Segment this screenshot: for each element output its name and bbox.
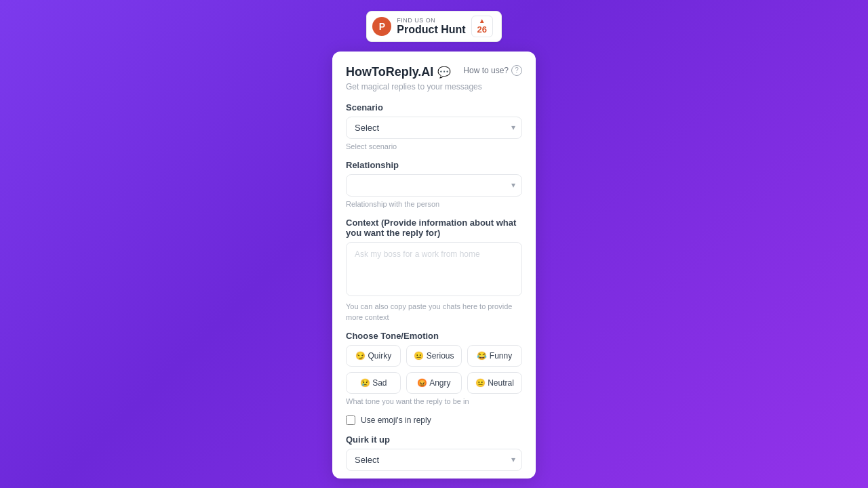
scenario-hint: Select scenario: [346, 142, 522, 152]
tone-label: Choose Tone/Emotion: [346, 331, 522, 341]
context-section: Context (Provide information about what …: [346, 218, 522, 323]
app-title-text: HowToReply.AI: [346, 65, 433, 79]
product-hunt-badge[interactable]: P FIND US ON Product Hunt ▲ 26: [366, 11, 501, 42]
tone-funny[interactable]: 😂 Funny: [467, 345, 522, 367]
tone-angry[interactable]: 😡 Angry: [406, 372, 461, 394]
emoji-checkbox-label[interactable]: Use emoji's in reply: [361, 415, 431, 425]
relationship-select-wrapper: Friend Boss Colleague Partner Family ▾: [346, 174, 522, 197]
emoji-checkbox-row: Use emoji's in reply: [346, 415, 522, 425]
quirk-select-wrapper: Select A little Moderate A lot ▾: [346, 449, 522, 471]
tone-serious[interactable]: 😐 Serious: [406, 345, 461, 367]
tone-grid: 😏 Quirky 😐 Serious 😂 Funny 😢 Sad 😡 Angry…: [346, 345, 522, 394]
tone-hint: What tone you want the reply to be in: [346, 396, 522, 407]
product-hunt-text: FIND US ON Product Hunt: [397, 17, 465, 36]
quirk-select[interactable]: Select A little Moderate A lot: [346, 449, 522, 471]
relationship-select[interactable]: Friend Boss Colleague Partner Family: [346, 174, 522, 197]
scenario-section: Scenario Select Professional Casual Roma…: [346, 102, 522, 152]
app-subtitle: Get magical replies to your messages: [346, 82, 522, 92]
context-textarea[interactable]: [346, 242, 522, 296]
vote-number: 26: [477, 24, 486, 35]
vote-count-badge[interactable]: ▲ 26: [471, 16, 493, 37]
main-card: HowToReply.AI 💬 How to use? ? Get magica…: [332, 52, 536, 479]
scenario-select-wrapper: Select Professional Casual Romantic Conf…: [346, 117, 522, 139]
context-label: Context (Provide information about what …: [346, 218, 522, 238]
scenario-select[interactable]: Select Professional Casual Romantic Conf…: [346, 117, 522, 139]
relationship-label: Relationship: [346, 160, 522, 170]
tone-quirky[interactable]: 😏 Quirky: [346, 345, 401, 367]
app-title: HowToReply.AI 💬: [346, 65, 451, 79]
app-title-emoji: 💬: [437, 66, 451, 79]
tone-neutral[interactable]: 😐 Neutral: [467, 372, 522, 394]
tone-sad[interactable]: 😢 Sad: [346, 372, 401, 394]
scenario-label: Scenario: [346, 102, 522, 113]
quirk-label: Quirk it up: [346, 434, 522, 445]
product-hunt-name: Product Hunt: [397, 24, 465, 36]
info-icon: ?: [511, 65, 522, 76]
tone-section: Choose Tone/Emotion 😏 Quirky 😐 Serious 😂…: [346, 331, 522, 407]
context-hint: You can also copy paste you chats here t…: [346, 302, 522, 323]
how-to-use-button[interactable]: How to use? ?: [463, 65, 522, 76]
quirk-section: Quirk it up Select A little Moderate A l…: [346, 434, 522, 471]
relationship-section: Relationship Friend Boss Colleague Partn…: [346, 160, 522, 209]
upvote-arrow: ▲: [479, 18, 486, 24]
how-to-use-label: How to use?: [463, 66, 509, 75]
emoji-checkbox[interactable]: [346, 415, 355, 425]
product-hunt-logo: P: [372, 17, 391, 36]
card-header: HowToReply.AI 💬 How to use? ?: [346, 65, 522, 79]
relationship-hint: Relationship with the person: [346, 199, 522, 209]
find-us-label: FIND US ON: [397, 17, 465, 24]
